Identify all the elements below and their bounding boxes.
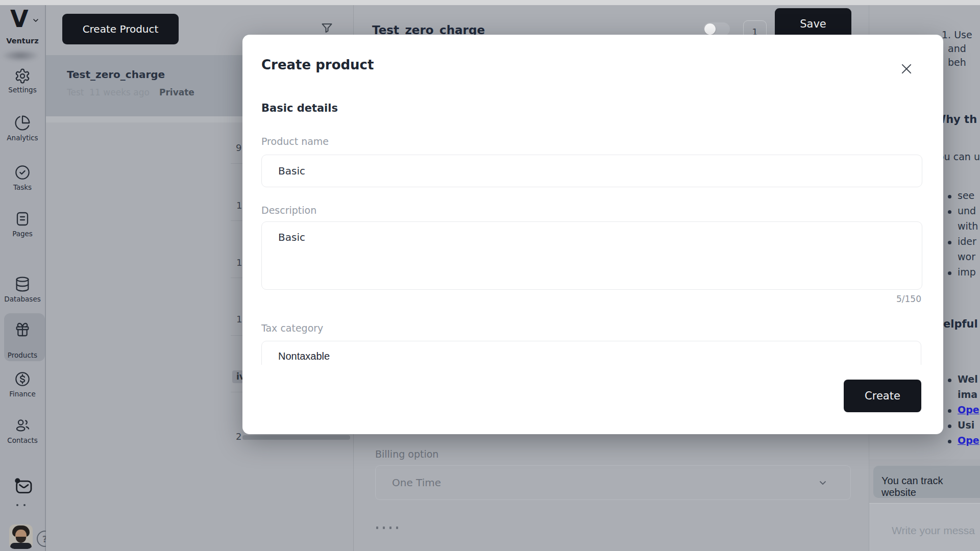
sidebar-item-analytics[interactable] xyxy=(14,115,31,131)
product-list-item-title: Test_zero_charge xyxy=(67,68,165,81)
clipped-text-bottom xyxy=(376,527,398,529)
bullet-dot xyxy=(948,210,951,214)
bullet-dot xyxy=(948,271,951,275)
dollar-circle-icon xyxy=(14,371,31,387)
brand-label: Venturz xyxy=(0,37,45,45)
sidebar-item-finance-label[interactable]: Finance xyxy=(0,390,45,398)
sidebar-item-tasks-label[interactable]: Tasks xyxy=(0,183,45,191)
help-bullet: imp xyxy=(958,266,976,278)
description-label: Description xyxy=(261,205,316,216)
product-name-field[interactable]: Basic xyxy=(261,155,922,187)
app-root: V Venturz Settings Analytics Tasks Pages… xyxy=(0,0,980,551)
help-link[interactable]: Ope xyxy=(958,435,979,446)
billing-option-label: Billing option xyxy=(375,448,438,460)
product-name-value: Basic xyxy=(278,165,305,177)
sidebar-item-analytics-label[interactable]: Analytics xyxy=(0,134,45,142)
help-bullet: ider xyxy=(958,236,976,247)
bullet-dot xyxy=(948,409,951,413)
chevron-down-icon xyxy=(32,16,40,24)
product-list-item-meta: Test 11 weeks ago xyxy=(67,87,150,97)
billing-option-select[interactable] xyxy=(375,465,851,500)
bullet-dot xyxy=(948,241,951,244)
help-numbered-line: 1. Use xyxy=(942,29,972,40)
tax-category-clip: Nontaxable xyxy=(261,341,921,365)
sidebar-item-databases[interactable] xyxy=(14,276,31,292)
sidebar-item-databases-label[interactable]: Databases xyxy=(0,295,45,303)
modal-title: Create product xyxy=(261,57,374,72)
sidebar-item-tasks[interactable] xyxy=(14,164,31,181)
description-value: Basic xyxy=(278,231,305,243)
filter-icon[interactable] xyxy=(320,21,334,36)
workspace-switcher[interactable]: V xyxy=(10,7,29,31)
tax-category-select[interactable]: Nontaxable xyxy=(261,341,921,365)
publish-toggle[interactable] xyxy=(703,22,730,36)
clipped-text-fragment: 1 xyxy=(236,200,242,211)
chat-message-text: You can track website xyxy=(881,475,980,498)
billing-option-value: One Time xyxy=(392,477,441,489)
help-bullet-cont: with xyxy=(958,220,978,232)
page-icon xyxy=(14,211,31,227)
user-avatar[interactable] xyxy=(9,524,33,549)
pie-chart-icon xyxy=(14,115,31,131)
venturz-logo: V xyxy=(10,5,29,33)
help-link[interactable]: Ope xyxy=(958,404,979,415)
sidebar-item-products-label[interactable]: Products xyxy=(0,351,45,359)
clipped-text-fragment: 2 xyxy=(236,431,241,442)
help-bullet: see xyxy=(958,190,974,201)
create-button[interactable]: Create xyxy=(844,380,921,412)
bullet-dot xyxy=(948,440,951,443)
create-product-modal: Create product Basic details Product nam… xyxy=(242,35,943,434)
sidebar-item-pages-label[interactable]: Pages xyxy=(0,230,45,238)
window-top-strip xyxy=(0,0,980,5)
chat-input-placeholder: Write your messa xyxy=(892,524,975,537)
database-icon xyxy=(14,276,31,292)
gift-icon xyxy=(14,321,31,338)
bullet-dot xyxy=(948,195,951,198)
clipped-text-fragment: 1 xyxy=(236,257,242,268)
help-heading: elpful xyxy=(943,318,978,330)
sidebar-item-settings[interactable] xyxy=(14,68,31,84)
chevron-down-icon xyxy=(817,477,829,489)
help-numbered-line: beh xyxy=(948,57,966,68)
close-icon[interactable] xyxy=(899,61,914,77)
help-paragraph: ou can u xyxy=(938,151,980,162)
help-numbered-line: and xyxy=(948,43,966,54)
help-bullet: Usi xyxy=(958,419,974,431)
mail-icon xyxy=(13,477,34,497)
create-product-button[interactable]: Create Product xyxy=(62,14,179,44)
tax-category-value: Nontaxable xyxy=(278,350,330,362)
bullet-dot xyxy=(948,379,951,382)
toggle-knob xyxy=(704,23,716,35)
check-circle-icon xyxy=(14,164,31,181)
clipped-text-fragment: 1 xyxy=(236,314,242,324)
gear-icon xyxy=(14,68,31,84)
sidebar-item-settings-label[interactable]: Settings xyxy=(0,86,45,94)
status-badge: Private xyxy=(159,87,194,97)
help-bullet-cont: ima xyxy=(958,389,977,400)
product-name-label: Product name xyxy=(261,136,329,147)
sidebar-item-finance[interactable] xyxy=(14,371,31,387)
tax-category-label: Tax category xyxy=(261,322,323,334)
modal-section-title: Basic details xyxy=(261,102,338,114)
bullet-dot xyxy=(948,424,951,428)
help-bullet-cont: wor xyxy=(958,251,975,262)
horizontal-scrollbar[interactable] xyxy=(242,435,350,440)
sidebar-item-contacts[interactable] xyxy=(14,417,31,434)
sidebar-item-inbox-label-clipped xyxy=(16,504,26,506)
sidebar-scroll-shadow xyxy=(1,49,40,62)
help-bullet: und xyxy=(958,205,976,216)
clipped-text-fragment: 9 xyxy=(236,142,241,153)
sidebar-item-products[interactable] xyxy=(14,321,31,338)
sidebar-item-inbox[interactable] xyxy=(13,477,34,497)
sidebar-item-contacts-label[interactable]: Contacts xyxy=(0,436,45,444)
users-icon xyxy=(14,417,31,434)
sidebar-item-pages[interactable] xyxy=(14,211,31,227)
character-counter: 5/150 xyxy=(768,294,921,304)
help-bullet: Wel xyxy=(958,373,978,385)
description-field[interactable]: Basic xyxy=(261,221,922,290)
